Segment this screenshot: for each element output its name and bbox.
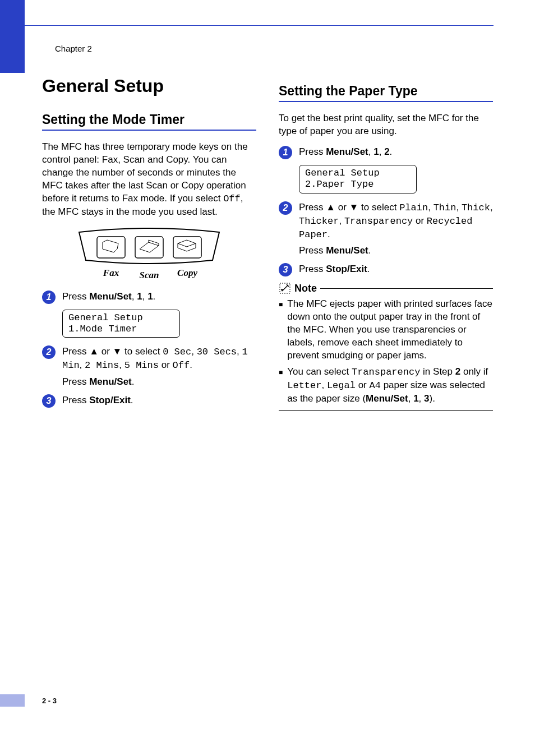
panel-label-copy: Copy bbox=[177, 268, 197, 278]
left-step-1: 1 Press Menu/Set, 1, 1. bbox=[42, 291, 256, 304]
chapter-label: Chapter 2 bbox=[55, 44, 92, 53]
note-item-1: The MFC ejects paper with printed surfac… bbox=[279, 298, 493, 362]
left-step-2-body: Press ▲ or ▼ to select 0 Sec, 30 Secs, 1… bbox=[62, 345, 256, 389]
page-title: General Setup bbox=[42, 76, 256, 96]
content-area: General Setup Setting the Mode Timer The… bbox=[42, 76, 494, 413]
panel-label-scan: Scan bbox=[140, 270, 159, 280]
step-badge-2: 2 bbox=[42, 345, 56, 359]
intro-pre: The MFC has three temporary mode keys on… bbox=[42, 141, 248, 204]
step-badge-3: 3 bbox=[42, 394, 56, 408]
left-step-2: 2 Press ▲ or ▼ to select 0 Sec, 30 Secs,… bbox=[42, 345, 256, 389]
intro-mono: Off bbox=[223, 193, 241, 204]
step-badge-1: 1 bbox=[42, 291, 56, 304]
header-rule bbox=[25, 25, 494, 26]
right-step-2-body: Press ▲ or ▼ to select Plain, Thin, Thic… bbox=[299, 201, 493, 258]
section-mode-timer: Setting the Mode Timer bbox=[42, 112, 256, 131]
step-badge-1: 1 bbox=[279, 146, 292, 159]
right-step-1: 1 Press Menu/Set, 1, 2. bbox=[279, 146, 493, 159]
lcd-line-1: General Setup bbox=[68, 312, 174, 324]
paper-type-intro: To get the best print quality, set the M… bbox=[279, 112, 493, 138]
note-icon bbox=[279, 282, 291, 294]
panel-label-fax: Fax bbox=[103, 268, 119, 278]
note-header: Note bbox=[279, 282, 493, 294]
note-rule bbox=[320, 288, 493, 289]
svg-rect-1 bbox=[135, 237, 163, 258]
right-step-1-body: Press Menu/Set, 1, 2. bbox=[299, 146, 493, 159]
left-step-3-body: Press Stop/Exit. bbox=[62, 394, 256, 407]
right-step-3-body: Press Stop/Exit. bbox=[299, 263, 493, 276]
left-column: General Setup Setting the Mode Timer The… bbox=[42, 76, 256, 413]
note-item-2: You can select Transparency in Step 2 on… bbox=[279, 366, 493, 405]
page-number: 2 - 3 bbox=[42, 697, 57, 705]
note-label: Note bbox=[294, 283, 317, 294]
control-panel-illustration: Fax Scan Copy bbox=[73, 227, 225, 283]
blue-sidebar bbox=[0, 0, 25, 73]
page-tab bbox=[0, 694, 25, 707]
step-badge-3: 3 bbox=[279, 263, 292, 276]
lcd-line-2: 1.Mode Timer bbox=[68, 324, 174, 335]
svg-rect-0 bbox=[97, 237, 125, 258]
lcd-line-1: General Setup bbox=[305, 168, 411, 179]
mode-timer-intro: The MFC has three temporary mode keys on… bbox=[42, 141, 256, 219]
step-badge-2: 2 bbox=[279, 201, 292, 215]
left-step-3: 3 Press Stop/Exit. bbox=[42, 394, 256, 408]
right-step-3: 3 Press Stop/Exit. bbox=[279, 263, 493, 276]
lcd-mode-timer: General Setup 1.Mode Timer bbox=[62, 310, 180, 338]
right-column: Setting the Paper Type To get the best p… bbox=[279, 76, 493, 413]
section-paper-type: Setting the Paper Type bbox=[279, 84, 493, 102]
note-end-rule bbox=[279, 410, 493, 411]
left-step-1-body: Press Menu/Set, 1, 1. bbox=[62, 291, 256, 303]
lcd-paper-type: General Setup 2.Paper Type bbox=[299, 165, 417, 193]
lcd-line-2: 2.Paper Type bbox=[305, 179, 411, 190]
note-list: The MFC ejects paper with printed surfac… bbox=[279, 298, 493, 405]
right-step-2: 2 Press ▲ or ▼ to select Plain, Thin, Th… bbox=[279, 201, 493, 258]
